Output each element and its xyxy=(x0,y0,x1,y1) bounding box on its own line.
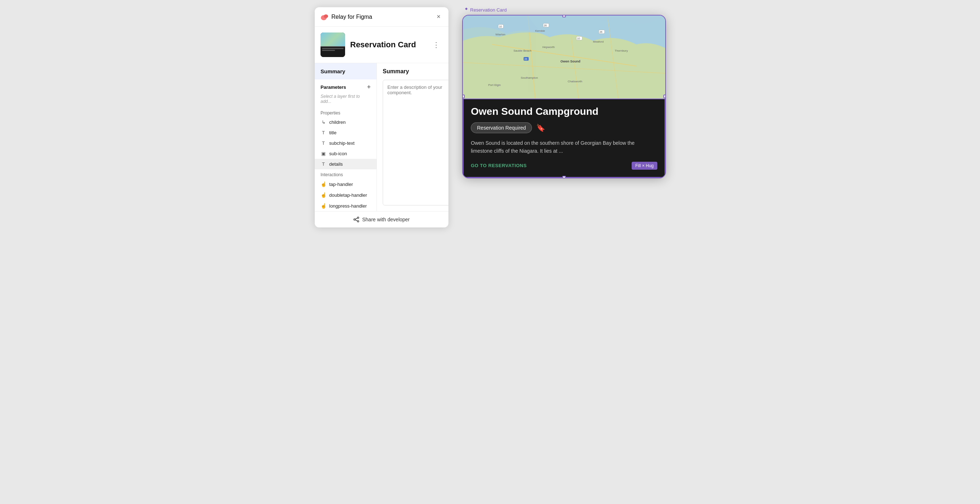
card-badges: Reservation Required 🔖 xyxy=(471,122,657,133)
thumb-line-1 xyxy=(322,48,344,49)
prop-label-sub-icon: sub-icon xyxy=(329,151,347,156)
prop-label-title: title xyxy=(329,130,336,135)
svg-text:Wiarton: Wiarton xyxy=(495,33,506,36)
prop-item-subchip-text[interactable]: T subchip-text xyxy=(315,138,377,148)
handle-bot-right[interactable] xyxy=(663,176,665,178)
reservation-card: Wiarton Kemble Sauble Beach Hepworth Owe… xyxy=(463,16,665,178)
thumbnail-map xyxy=(321,32,345,47)
handle-bot-mid[interactable] xyxy=(562,176,566,178)
component-info-left: Reservation Card xyxy=(321,32,416,57)
longpress-icon: ☝ xyxy=(321,203,326,209)
fill-hug-badge: Fill × Hug xyxy=(632,162,657,170)
component-label-row: Reservation Card xyxy=(463,7,665,13)
handle-mid-right[interactable] xyxy=(663,95,665,98)
prop-item-details[interactable]: T details xyxy=(315,159,377,169)
card-map: Wiarton Kemble Sauble Beach Hepworth Owe… xyxy=(463,16,665,98)
interaction-label-doubletap: doubletap-handler xyxy=(329,192,367,198)
svg-text:26: 26 xyxy=(544,24,547,27)
children-icon: ↳ xyxy=(321,119,326,125)
card-description: Owen Sound is located on the southern sh… xyxy=(471,139,657,155)
panel-header: Relay for Figma × xyxy=(315,7,449,27)
prop-item-children[interactable]: ↳ children xyxy=(315,117,377,127)
handle-mid-left[interactable] xyxy=(463,95,465,98)
interaction-doubletap[interactable]: ☝ doubletap-handler xyxy=(315,190,377,200)
right-panel: Reservation Card xyxy=(463,7,665,178)
card-footer: GO TO RESERVATIONS Fill × Hug xyxy=(471,162,657,170)
details-type-icon: T xyxy=(321,162,326,167)
svg-line-6 xyxy=(355,220,357,221)
sub-icon-type-icon: ▣ xyxy=(321,151,326,156)
svg-text:Thornbury: Thornbury xyxy=(615,49,628,52)
handle-top-left[interactable] xyxy=(463,16,465,17)
panel-footer: Share with developer xyxy=(315,212,449,227)
parameters-section: Parameters + xyxy=(315,79,377,92)
card-content: Owen Sound Campground Reservation Requir… xyxy=(463,98,665,178)
svg-text:Southampton: Southampton xyxy=(521,76,538,79)
svg-point-2 xyxy=(354,219,355,220)
svg-text:Hepworth: Hepworth xyxy=(542,46,555,49)
tap-icon: ☝ xyxy=(321,181,326,187)
svg-line-5 xyxy=(355,218,357,219)
app-title: Relay for Figma xyxy=(331,14,372,20)
panel-body: Summary Parameters + Select a layer firs… xyxy=(315,63,449,212)
component-info: Reservation Card ⋮ xyxy=(315,27,449,63)
svg-text:Sauble Beach: Sauble Beach xyxy=(514,49,531,52)
svg-text:Kemble: Kemble xyxy=(535,29,545,32)
interaction-tap[interactable]: ☝ tap-handler xyxy=(315,179,377,190)
summary-tab[interactable]: Summary xyxy=(315,63,377,79)
svg-text:Port Elgin: Port Elgin xyxy=(488,83,501,87)
svg-text:Owen Sound: Owen Sound xyxy=(560,60,580,63)
sidebar-column: Summary Parameters + Select a layer firs… xyxy=(315,63,377,211)
svg-text:10: 10 xyxy=(499,25,502,28)
select-hint: Select a layer first to add... xyxy=(315,92,377,108)
component-thumbnail xyxy=(321,32,345,57)
svg-rect-7 xyxy=(465,8,468,10)
go-to-reservations-link[interactable]: GO TO RESERVATIONS xyxy=(471,163,527,168)
handle-top-mid[interactable] xyxy=(562,16,566,17)
svg-point-3 xyxy=(357,217,359,219)
handle-top-right[interactable] xyxy=(663,16,665,17)
summary-header: Summary xyxy=(377,63,449,80)
add-parameter-button[interactable]: + xyxy=(367,84,371,90)
interaction-longpress[interactable]: ☝ longpress-handler xyxy=(315,200,377,211)
reservation-badge: Reservation Required xyxy=(471,122,532,133)
component-label-text: Reservation Card xyxy=(470,7,507,13)
card-title: Owen Sound Campground xyxy=(471,106,657,117)
interaction-label-longpress: longpress-handler xyxy=(329,203,367,209)
doubletap-icon: ☝ xyxy=(321,192,326,198)
prop-item-title[interactable]: T title xyxy=(315,127,377,138)
title-type-icon: T xyxy=(321,130,326,135)
svg-point-4 xyxy=(357,220,359,222)
interactions-section-label: Interactions xyxy=(315,169,377,179)
handle-bot-left[interactable] xyxy=(463,176,465,178)
svg-text:Meaford: Meaford xyxy=(593,40,603,43)
relay-logo-icon xyxy=(321,13,328,21)
bookmark-icon[interactable]: 🔖 xyxy=(536,124,545,132)
subchip-type-icon: T xyxy=(321,140,326,146)
thumb-line-2 xyxy=(322,50,335,51)
component-name: Reservation Card xyxy=(350,40,416,49)
summary-textarea[interactable] xyxy=(383,80,449,205)
more-button[interactable]: ⋮ xyxy=(430,39,443,51)
left-panel: Relay for Figma × Reservation Card ⋮ Sum… xyxy=(315,7,449,227)
properties-section-label: Properties xyxy=(315,108,377,117)
close-button[interactable]: × xyxy=(434,12,443,21)
prop-label-details: details xyxy=(329,162,343,167)
panel-header-left: Relay for Figma xyxy=(321,13,372,21)
svg-text:Chatsworth: Chatsworth xyxy=(568,80,582,83)
share-button[interactable]: Share with developer xyxy=(353,217,410,222)
prop-item-sub-icon[interactable]: ▣ sub-icon xyxy=(315,148,377,159)
svg-text:10: 10 xyxy=(577,37,580,40)
parameters-label: Parameters xyxy=(321,84,346,90)
thumbnail-bottom xyxy=(321,47,345,57)
prop-label-subchip: subchip-text xyxy=(329,140,355,146)
svg-point-1 xyxy=(324,14,328,18)
component-label-icon xyxy=(463,8,468,13)
interaction-label-tap: tap-handler xyxy=(329,182,353,187)
map-svg: Wiarton Kemble Sauble Beach Hepworth Owe… xyxy=(463,16,665,98)
summary-column: Summary xyxy=(377,63,449,211)
prop-label-children: children xyxy=(329,119,346,125)
share-label: Share with developer xyxy=(362,217,410,222)
svg-text:26: 26 xyxy=(524,58,527,60)
share-icon xyxy=(353,217,359,222)
